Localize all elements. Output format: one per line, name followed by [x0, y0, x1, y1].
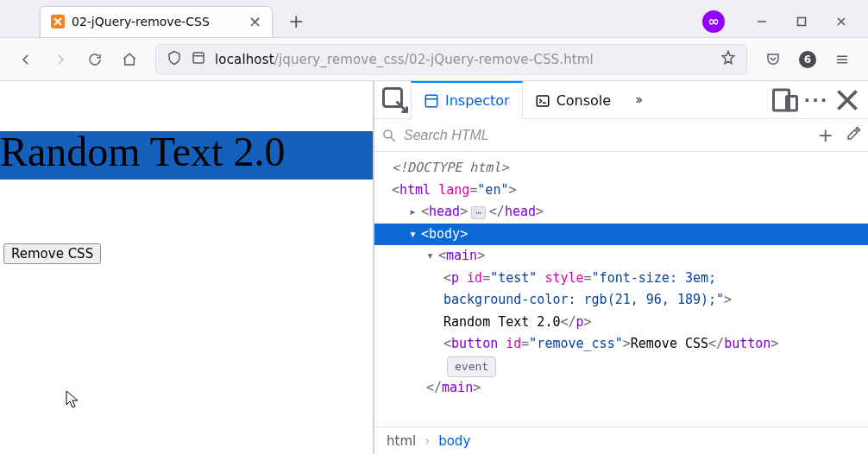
dom-node-head[interactable]: ▸<head>⋯</head>	[374, 201, 868, 224]
dom-tree[interactable]: <!DOCTYPE html> <html lang="en"> ▸<head>…	[374, 152, 868, 426]
url-bar[interactable]: localhost/jquery_remove_css/02-jQuery-re…	[155, 44, 747, 75]
breadcrumbs[interactable]: html › body	[374, 426, 868, 454]
svg-point-13	[384, 130, 392, 138]
ellipsis-icon[interactable]: ⋯	[471, 206, 486, 219]
devtools-panel: Inspector Console ··· +	[373, 81, 868, 454]
nav-forward-button[interactable]	[45, 44, 76, 75]
dom-node-main[interactable]: ▾<main>	[374, 245, 868, 268]
remove-css-button[interactable]: Remove CSS	[3, 243, 101, 264]
new-tab-button[interactable]: +	[281, 9, 311, 35]
devtools-close-button[interactable]	[832, 85, 863, 116]
svg-rect-1	[798, 17, 806, 25]
dom-node-p-cont[interactable]: background-color: rgb(21, 96, 189);">	[374, 289, 868, 312]
svg-rect-8	[425, 95, 437, 107]
dom-node-p[interactable]: <p id="test" style="font-size: 3em;	[374, 268, 868, 290]
dom-node-button[interactable]: <button id="remove_css">Remove CSS</butt…	[374, 333, 868, 356]
pocket-icon[interactable]	[758, 44, 789, 75]
devtools-search-bar: +	[374, 119, 868, 152]
browser-toolbar: localhost/jquery_remove_css/02-jQuery-re…	[0, 38, 868, 81]
inspector-tab-label: Inspector	[445, 92, 510, 109]
browser-tab[interactable]: 02-jQuery-remove-CSS ×	[40, 6, 273, 37]
url-text: localhost/jquery_remove_css/02-jQuery-re…	[215, 52, 594, 67]
random-text-paragraph: Random Text 2.0	[0, 131, 373, 180]
tab-close-icon[interactable]: ×	[248, 14, 261, 29]
window-close-button[interactable]	[821, 8, 861, 35]
window-controls: ∞	[702, 8, 861, 35]
svg-rect-10	[537, 96, 549, 106]
search-html-input[interactable]	[404, 128, 811, 143]
console-tab[interactable]: Console	[523, 81, 624, 119]
bookmark-star-icon[interactable]	[720, 50, 736, 69]
tabs-overflow-button[interactable]	[623, 85, 654, 116]
shield-icon[interactable]	[167, 50, 182, 69]
dom-node-html[interactable]: <html lang="en">	[374, 180, 868, 202]
mouse-cursor-icon	[66, 390, 81, 409]
content-split: Random Text 2.0 Remove CSS Inspector Con…	[0, 81, 868, 454]
dom-node-p-text[interactable]: Random Text 2.0</p>	[374, 312, 868, 334]
window-maximize-button[interactable]	[782, 8, 821, 35]
inspector-tab[interactable]: Inspector	[411, 81, 523, 119]
window-minimize-button[interactable]	[742, 8, 782, 35]
dom-node-body-selected[interactable]: ▾<body>	[374, 224, 868, 246]
devtools-menu-button[interactable]: ···	[801, 85, 832, 116]
responsive-design-button[interactable]	[770, 85, 801, 116]
infinity-icon: ∞	[708, 13, 719, 29]
nav-home-button[interactable]	[114, 44, 145, 75]
xampp-favicon	[51, 15, 65, 28]
dom-event-badge-row: event	[374, 356, 868, 378]
nav-reload-button[interactable]	[79, 44, 110, 75]
crumb-body[interactable]: body	[438, 433, 470, 449]
crumb-html[interactable]: html	[387, 433, 416, 449]
add-element-button[interactable]: +	[818, 126, 833, 145]
tracker-count-badge[interactable]: 6	[792, 44, 823, 75]
console-tab-label: Console	[557, 92, 612, 109]
dom-node-main-close[interactable]: </main>	[374, 377, 868, 400]
event-badge[interactable]: event	[447, 356, 496, 377]
chevron-right-icon: ›	[425, 433, 430, 449]
browser-tab-strip: 02-jQuery-remove-CSS × + ∞	[0, 0, 868, 38]
app-menu-button[interactable]	[827, 44, 858, 75]
svg-rect-2	[193, 53, 204, 63]
page-info-icon[interactable]	[191, 50, 206, 69]
nav-back-button[interactable]	[10, 44, 41, 75]
element-picker-button[interactable]	[380, 85, 411, 116]
extension-badge[interactable]: ∞	[702, 10, 725, 33]
tab-title: 02-jQuery-remove-CSS	[72, 15, 242, 28]
badge-count: 6	[799, 51, 816, 68]
dom-node-doctype[interactable]: <!DOCTYPE html>	[374, 157, 868, 180]
search-icon	[381, 128, 397, 143]
svg-line-14	[391, 137, 395, 142]
devtools-toolbar: Inspector Console ···	[374, 81, 868, 119]
eyedropper-button[interactable]	[846, 126, 861, 145]
page-viewport: Random Text 2.0 Remove CSS	[0, 81, 373, 454]
